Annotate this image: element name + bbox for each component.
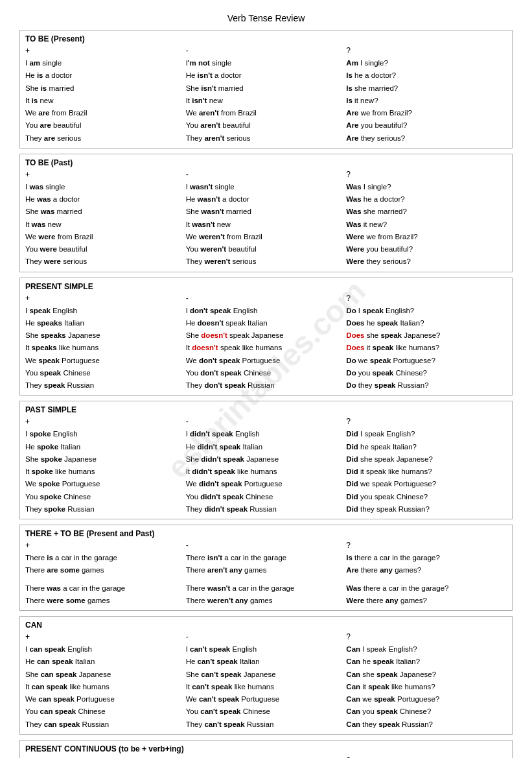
row-positive: We can speak Portuguese [25,694,186,705]
section-present-simple: PRESENT SIMPLE+-?I speak EnglishI don't … [19,278,513,396]
section-there-to-be: THERE + TO BE (Present and Past)+-?There… [19,525,513,611]
column-header: ? [346,541,507,550]
row-negative: It doesn't speak like humans [186,342,347,353]
row-positive: We spoke Portuguese [25,479,186,490]
row-question: Was he a doctor? [346,194,507,205]
row-question: Do they speak Russian? [346,380,507,391]
row-positive: He spoke Italian [25,442,186,453]
content-grid: I am singleI'm not singleAm I single?He … [25,58,507,144]
row-question: Were they serious? [346,256,507,267]
row-positive: They speak Russian [25,380,186,391]
column-header: ? [346,417,507,426]
row-question: Does he speak Italian? [346,318,507,329]
row-negative: She isn't married [186,83,347,94]
row-positive: I was single [25,182,186,193]
section-title: THERE + TO BE (Present and Past) [25,529,507,538]
column-header: + [25,294,186,303]
column-header: ? [346,632,507,641]
row-positive: She spoke Japanese [25,454,186,465]
row-question: Can you speak Chinese? [346,706,507,717]
row-positive: They spoke Russian [25,504,186,515]
section-title: PAST SIMPLE [25,405,507,414]
section-to-be-present: TO BE (Present)+-?I am singleI'm not sin… [19,30,513,148]
row-question: Do I speak English? [346,305,507,316]
row-negative: There weren't any games [186,595,347,606]
row-question: Is there a car in the garage? [346,552,507,563]
row-positive: They were serious [25,256,186,267]
row-positive: You are beautiful [25,120,186,131]
column-header: + [25,46,186,55]
row-positive: We are from Brazil [25,108,186,119]
row-negative: You weren't beautiful [186,244,347,255]
row-negative: She doesn't speak Japanese [186,330,347,341]
row-positive: It was new [25,219,186,230]
row-question: Does she speak Japanese? [346,330,507,341]
row-question: Is she married? [346,83,507,94]
row-positive: We speak Portuguese [25,355,186,366]
row-negative: We can't speak Portuguese [186,694,347,705]
row-question: Are we from Brazil? [346,108,507,119]
row-positive: He was a doctor [25,194,186,205]
row-negative: There aren't any games [186,565,347,576]
row-positive: They are serious [25,133,186,144]
column-header: - [186,632,347,641]
row-positive: They can speak Russian [25,719,186,730]
column-header: + [25,417,186,426]
row-negative: They weren't serious [186,256,347,267]
row-question: Do you speak Chinese? [346,368,507,379]
row-positive: It is new [25,95,186,106]
section-past-simple: PAST SIMPLE+-?I spoke EnglishI didn't sp… [19,401,513,519]
row-positive: He speaks Italian [25,318,186,329]
row-negative: There isn't a car in the garage [186,552,347,563]
row-negative: It wasn't new [186,219,347,230]
row-question: Can it speak like humans? [346,681,507,693]
column-header: - [186,294,347,303]
row-question: Is it new? [346,95,507,106]
section-title: TO BE (Present) [25,34,507,43]
column-header: + [25,632,186,641]
row-negative: I didn't speak English [186,429,347,440]
row-question: Is he a doctor? [346,70,507,81]
row-question: Does it speak like humans? [346,342,507,353]
row-positive: You speak Chinese [25,368,186,379]
row-negative: He can't speak Italian [186,656,347,667]
section-title: CAN [25,621,507,630]
content-grid: I spoke EnglishI didn't speak EnglishDid… [25,429,507,515]
row-negative: There wasn't a car in the garage [186,583,347,594]
column-header: - [186,46,347,55]
row-question: Do we speak Portuguese? [346,355,507,366]
row-question: Was it new? [346,219,507,230]
row-positive: It speaks like humans [25,342,186,353]
row-question: Did they speak Russian? [346,504,507,515]
row-negative: I'm not single [186,58,347,69]
section-title: PRESENT CONTINUOUS (to be + verb+ing) [25,744,507,753]
row-positive: She speaks Japanese [25,330,186,341]
row-negative: You can't speak Chinese [186,706,347,717]
row-question: Did we speak Portuguese? [346,479,507,490]
content-grid: I can speak EnglishI can't speak English… [25,644,507,730]
page-title: Verb Tense Review [19,13,513,23]
row-question: Can they speak Russian? [346,719,507,730]
row-negative: You aren't beautiful [186,120,347,131]
section-title: TO BE (Past) [25,158,507,167]
row-positive: We were from Brazil [25,231,186,243]
row-negative: He didn't speak Italian [186,442,347,453]
row-question: Was I single? [346,182,507,193]
column-header: ? [346,294,507,303]
column-header: - [186,541,347,550]
row-question: Can he speak Italian? [346,656,507,667]
row-question: Are there any games? [346,565,507,576]
section-to-be-past: TO BE (Past)+-?I was singleI wasn't sing… [19,154,513,272]
row-negative: I can't speak English [186,644,347,655]
row-question: Did you speak Chinese? [346,492,507,503]
row-positive: He can speak Italian [25,656,186,667]
row-negative: It can't speak like humans [186,681,347,693]
column-header: ? [346,46,507,55]
column-header: + [25,541,186,550]
row-positive: There were some games [25,595,186,606]
row-negative: They don't speak Russian [186,380,347,391]
row-positive: I am single [25,58,186,69]
row-negative: She wasn't married [186,206,347,217]
row-question: Did she speak Japanese? [346,454,507,465]
column-header: ? [346,170,507,179]
